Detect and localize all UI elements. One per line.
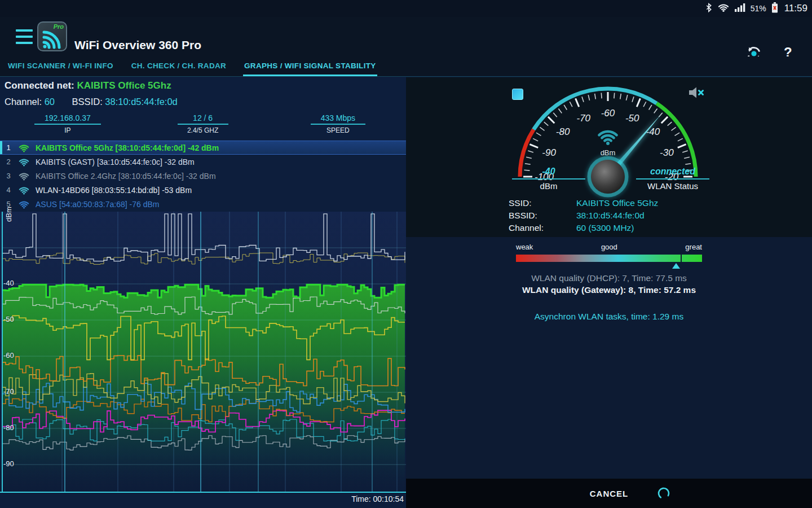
wlan-status-readout: connected WLAN Status [636,167,709,191]
tab-2[interactable]: CH. CHECK / CH. RADAR [130,56,227,76]
progress-spinner [657,487,670,502]
app-title: WiFi Overview 360 Pro [74,38,201,52]
y-tick-label: -90 [3,459,14,468]
stat-label: IP [64,126,70,134]
detail-row: BSSID:38:10:d5:44:fe:0d [509,209,658,222]
quality-gradient-bar [516,255,702,262]
y-tick-label: -50 [3,315,14,323]
quality-line-1: WLAN quality (DHCP): 7, Time: 77.5 ms [406,272,812,284]
network-label: WLAN-14BD66 [88:03:55:14:bd:db] -53 dBm [36,186,192,195]
battery-percent: 51% [751,4,766,13]
network-row-4[interactable]: 4WLAN-14BD66 [88:03:55:14:bd:db] -53 dBm [0,183,406,197]
wifi-icon [18,186,30,195]
dbm-readout-unit: dBm [512,178,585,191]
quality-scale-great: great [685,243,702,251]
tab-bar: WIFI SCANNER / WI-FI INFOCH. CHECK / CH.… [0,56,812,77]
wifi-icon [18,157,30,167]
tab-1[interactable]: WIFI SCANNER / WI-FI INFO [7,56,114,76]
network-row-3[interactable]: 3KAIBITS Office 2.4Ghz [38:10:d5:44:fe:0… [0,169,406,183]
quality-scale-labels: weakgoodgreat [516,243,702,251]
quality-panel: weakgoodgreat WLAN quality (DHCP): 7, Ti… [406,237,812,479]
quality-scale-good: good [601,243,617,251]
network-rank: 2 [3,157,14,166]
app-logo: Pro [37,21,67,51]
signal-strength-icon [735,3,745,14]
elapsed-time-label: Time: 00:10:54 [0,494,404,503]
quality-text-lines: WLAN quality (DHCP): 7, Time: 77.5 msWLA… [406,272,812,322]
network-rank: 3 [3,172,14,180]
y-tick-label: -60 [3,351,14,360]
bssid-label: BSSID: [72,97,103,107]
wlan-status-label: WLAN Status [636,178,709,191]
quality-divider [681,255,682,262]
menu-icon[interactable] [16,29,33,44]
wifi-icon [18,200,30,209]
status-clock: 11:59 [784,3,807,14]
network-rank: 4 [3,186,14,194]
detail-value: 60 (5300 MHz) [576,223,634,233]
signal-graph: dBm -40-50-60-70-80-90 [0,212,406,493]
gauge-tick-label: -90 [542,147,556,158]
stat-ip: 192.168.0.37IP [0,113,135,138]
connected-net-value: KAIBITS Office 5Ghz [77,80,171,91]
detail-label: BSSID: [509,209,576,222]
pro-badge: Pro [54,23,64,30]
gauge-unit-label: dBm [601,148,616,157]
channel-value: 60 [45,97,55,107]
stat-label: 2.4/5 GHZ [187,126,218,134]
stat-speed: 433 MbpsSPEED [271,113,406,138]
stats-row: 192.168.0.37IP12 / 62.4/5 GHZ433 MbpsSPE… [0,113,406,138]
quality-marker [672,263,680,269]
connection-details: SSID:KAIBITS Office 5GhzBSSID:38:10:d5:4… [509,197,658,234]
y-axis-line [2,212,3,492]
channel-label: Channel: [5,97,42,107]
battery-alert-icon [771,2,778,15]
network-label: KAIBITS (GAST) [3a:10:d5:44:fe:0c] -32 d… [36,157,195,167]
stat-label: SPEED [326,126,350,134]
network-rank: 1 [3,143,14,152]
stat-value: 12 / 6 [178,113,228,125]
y-tick-label: -80 [3,423,14,432]
y-axis-title: dBm [5,207,13,222]
gauge-tick-label: -80 [556,126,570,137]
gauge-tick-label: -50 [625,113,639,124]
app-screen: 51% 11:59 Pro WiFi Overview 360 Pro ? WI… [0,0,812,508]
detail-label: Channel: [509,222,576,234]
network-label: KAIBITS Office 5Ghz [38:10:d5:44:fe:0d] … [36,143,219,152]
dbm-readout: -40 dBm [512,167,585,191]
network-label: KAIBITS Office 2.4Ghz [38:10:d5:44:fe:0c… [36,172,216,181]
dbm-readout-value: -40 [512,167,585,177]
detail-value: KAIBITS Office 5Ghz [576,198,658,208]
stat-2-4-5-ghz: 12 / 62.4/5 GHZ [135,113,271,138]
x-axis-line [0,492,406,493]
wifi-icon [18,172,30,181]
cancel-button[interactable]: CANCEL [575,479,643,508]
network-row-5[interactable]: 5ASUS [54:a0:50:83:7a:68] -76 dBm [0,197,406,211]
wifi-icon [18,143,30,152]
gauge-panel: -100-90-80-70-60-50-40-30-20 dBm -40 dBm… [406,77,812,237]
stat-value: 192.168.0.37 [34,113,101,125]
tab-3[interactable]: GRAPHS / WIFI SIGNAL STABILITY [243,56,377,76]
bottom-action-bar: CANCEL [406,479,812,508]
quality-scale-weak: weak [516,243,533,251]
bssid-value: 38:10:d5:44:fe:0d [105,97,177,107]
gauge-tick-label: -70 [577,113,591,124]
gauge-tick-label: -30 [660,147,674,158]
network-row-1[interactable]: 1KAIBITS Office 5Ghz [38:10:d5:44:fe:0d]… [0,141,406,155]
quality-line-2: WLAN quality (Gateway): 8, Time: 57.2 ms [406,284,812,296]
detail-row: Channel:60 (5300 MHz) [509,222,658,234]
wifi-status-icon [717,3,730,15]
status-bar: 51% 11:59 [0,0,812,17]
connected-net-line: Connected net: KAIBITS Office 5Ghz [5,80,171,91]
y-tick-label: -40 [3,279,14,287]
gauge-tick-label: -40 [646,126,660,137]
connected-net-label: Connected net: [5,80,74,91]
network-list: 1KAIBITS Office 5Ghz [38:10:d5:44:fe:0d]… [0,141,406,211]
detail-value: 38:10:d5:44:fe:0d [576,211,645,220]
channel-bssid-line: Channel: 60 BSSID: 38:10:d5:44:fe:0d [5,97,178,107]
quality-line-3: Asynchron WLAN tasks, time: 1.29 ms [406,310,812,322]
network-row-2[interactable]: 2KAIBITS (GAST) [3a:10:d5:44:fe:0c] -32 … [0,155,406,169]
gauge-tick-label: -60 [601,108,615,119]
detail-label: SSID: [509,197,576,209]
bluetooth-icon [705,2,712,15]
